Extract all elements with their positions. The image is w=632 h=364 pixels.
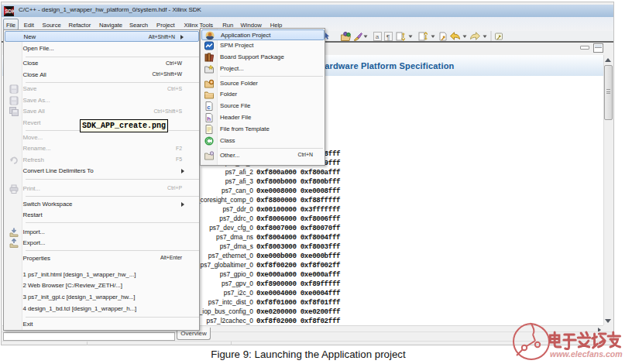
- svg-text:h: h: [207, 115, 211, 122]
- svg-text:a: a: [376, 33, 380, 40]
- svg-text:c: c: [207, 104, 211, 111]
- svg-text:SDK: SDK: [5, 9, 14, 14]
- svg-text:¶: ¶: [386, 33, 390, 41]
- svg-text:www.elecfans.com: www.elecfans.com: [550, 349, 623, 359]
